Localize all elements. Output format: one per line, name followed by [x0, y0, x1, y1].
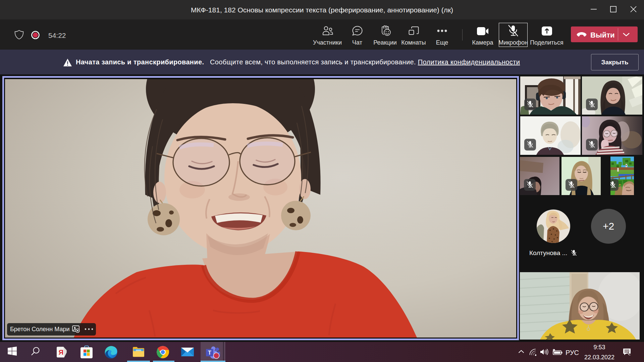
svg-text:Я: Я — [59, 349, 63, 356]
svg-text:T: T — [208, 350, 211, 356]
